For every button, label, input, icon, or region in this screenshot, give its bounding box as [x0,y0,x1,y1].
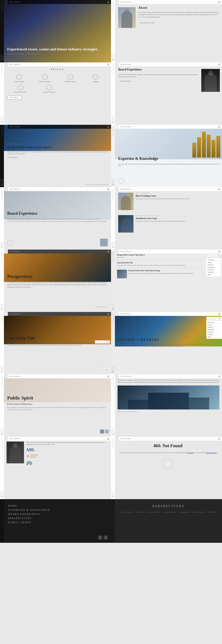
board-linkedin-icon[interactable]: in [112,120,114,123]
expertise-hamburger-icon[interactable]: ☰ [218,126,220,128]
hamburger-icon[interactable]: ☰ [107,1,109,3]
adl-twitter-icon[interactable]: t [1,491,3,494]
about-twitter-icon[interactable]: t [112,54,114,57]
board-large-hamburger-icon[interactable]: ☰ [107,188,109,190]
article-title-1: Borgata Hotel Casino & Spa, Phase 1 [117,254,204,256]
footer-nav-home[interactable]: HOME [8,504,108,507]
nav-item-identity[interactable]: Identity [207,273,220,276]
nf-linkedin-icon[interactable]: in [112,495,114,498]
case-study-hamburger-icon[interactable]: ☰ [107,126,109,128]
board-large-content: BOUGHNER ☰ Board Experience Bob provides… [4,187,111,250]
nav-item-development[interactable]: Development [207,266,220,268]
nav-item-case-studies[interactable]: Case Studies [207,259,220,261]
companies-twitter-icon[interactable]: t [112,242,114,244]
ps-linkedin-icon[interactable]: in [1,432,3,435]
twitter-icon[interactable]: t [1,54,3,57]
footer-link-operations[interactable]: Operations [148,511,160,513]
ps-hamburger-icon[interactable]: ☰ [107,375,109,378]
s1-linkedin-icon[interactable]: in [112,370,114,372]
footer-nav-perspectives[interactable]: PERSPECTIVES [8,517,108,520]
nf-or-text: or check out Bob's [194,452,206,454]
articles-hamburger-icon[interactable]: ☰ [218,250,220,253]
board-exp-photo [201,69,220,92]
footer-link-compliance[interactable]: Compliance [193,511,205,513]
case-study-read-more[interactable]: READ MORE [7,157,109,158]
read-full-bio-link[interactable]: → READ FULL BIO [138,22,155,24]
perspectives-linkedin-icon[interactable]: in [1,308,3,310]
articles-search-icon[interactable]: 🔍 [218,254,220,256]
skill-label-4: Negotiation [93,81,98,82]
s1-search-bar[interactable]: Find something... 🔍 [207,318,221,321]
board-exp-read-more[interactable]: → READ MORE [118,80,199,82]
s1-nav-strategy[interactable]: Strategy [207,324,221,326]
linkedin-icon[interactable]: in [1,58,3,61]
perspectives-hamburger-icon[interactable]: ☰ [107,250,109,253]
psg-hamburger-icon[interactable]: ☰ [218,375,220,378]
companies-linkedin-icon[interactable]: in [112,245,114,248]
about-photo [118,7,136,28]
expertise-linkedin-icon[interactable]: in [112,183,114,186]
all-skills-button[interactable]: All Skills [7,96,22,100]
footer-nav-board[interactable]: BOARD EXPERIENCE [8,513,108,515]
footer-nav-expertise[interactable]: EXPERTISE & KNOWLEDGE [8,509,108,511]
skills-linkedin-icon[interactable]: in [1,120,3,123]
footer-link-development[interactable]: Development [162,511,176,513]
adl-linkedin-icon[interactable]: in [1,495,3,498]
articles-twitter-icon[interactable]: t [112,304,114,307]
s1-sidebar-nav: Find something... 🔍 Case Studies Strateg… [206,317,222,339]
adl-hamburger-icon[interactable]: ☰ [107,438,109,440]
skill-label-3: Hospitality & Gaming [65,81,76,82]
case-page-search-icon[interactable]: 🔍 [107,341,109,343]
case-page-search[interactable]: Find something... 🔍 [95,340,110,344]
footer-nav-back-arrow[interactable]: ← [5,502,7,504]
board-large-twitter-icon[interactable]: t [1,242,3,244]
footer-link-sep-4: · [177,511,178,513]
footer-nav-public-spirit[interactable]: PUBLIC SPIRIT [8,521,108,524]
s1-nav-case[interactable]: Case Studies [207,321,221,324]
nf-hamburger-icon[interactable]: ☰ [218,438,220,440]
case-page-linkedin-icon[interactable]: in [1,370,3,372]
board-exp-hamburger-icon[interactable]: ☰ [218,63,220,66]
perspectives-twitter-icon[interactable]: t [1,304,3,307]
footer-persp-back-arrow[interactable]: ← [116,502,118,504]
psg-twitter-icon[interactable]: t [112,429,114,432]
footer-link-leadership[interactable]: Leadership [179,511,190,513]
s1-nav-leadership[interactable]: Leadership [207,331,221,333]
psg-building-main [148,393,189,410]
footer-link-case[interactable]: Case Studies [120,511,134,513]
case-page-twitter-icon[interactable]: t [1,366,3,369]
skills-twitter-icon[interactable]: t [1,117,3,120]
board-twitter-icon[interactable]: t [112,117,114,120]
s1-nav-compliance[interactable]: Compliance [207,333,221,336]
footer-link-identity[interactable]: Identity [208,511,216,513]
psg-linkedin-icon[interactable]: in [112,432,114,435]
s1heading-hamburger-icon[interactable]: ☰ [218,313,220,315]
footer-facebook-icon[interactable]: f [98,536,102,540]
nav-item-operations[interactable]: Operations [207,264,220,266]
nav-item-strategy[interactable]: Strategy [207,261,220,264]
about-hamburger-icon[interactable]: ☰ [218,1,220,3]
s1-nav-operations[interactable]: Operations [207,326,221,328]
nav-item-leadership[interactable]: Leadership [207,268,220,271]
case-page-hamburger-icon[interactable]: ☰ [107,313,109,315]
s1-search-icon[interactable]: 🔍 [218,318,220,320]
nf-link-1[interactable]: home page [187,452,194,454]
s1-nav-development[interactable]: Development [207,328,221,331]
case-linkedin-icon[interactable]: in [1,183,3,186]
nav-item-compliance[interactable]: Compliance [207,271,220,273]
footer-link-strategy[interactable]: Strategy [136,511,146,513]
s1-twitter-icon[interactable]: t [112,366,114,369]
articles-search-bar[interactable]: Find something... 🔍 [206,254,221,257]
nf-link-2[interactable]: latest perspective. [206,452,217,454]
case-twitter-icon[interactable]: t [1,179,3,182]
articles-linkedin-icon[interactable]: in [112,308,114,310]
companies-hamburger-icon[interactable]: ☰ [218,188,220,190]
footer-twitter-icon[interactable]: t [104,536,108,540]
s1-nav-identity[interactable]: Identity [207,336,221,338]
nf-twitter-icon[interactable]: t [112,491,114,494]
skills-hamburger-icon[interactable]: ☰ [107,63,109,66]
board-large-linkedin-icon[interactable]: in [1,245,3,248]
expertise-twitter-icon[interactable]: t [112,179,114,182]
ps-twitter-icon[interactable]: t [1,429,3,432]
about-linkedin-icon[interactable]: in [112,58,114,61]
